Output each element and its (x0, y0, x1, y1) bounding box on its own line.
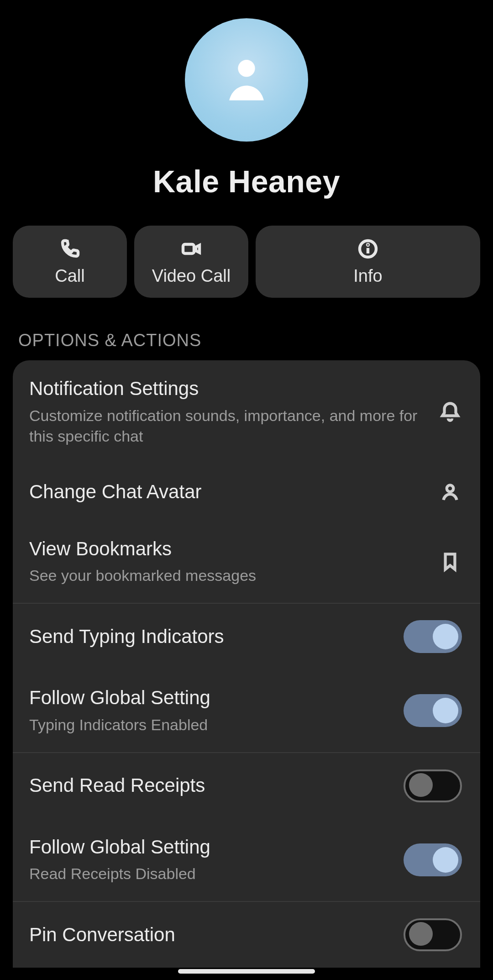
typing-title: Send Typing Indicators (29, 625, 393, 649)
row-pin-conversation[interactable]: Pin Conversation (13, 902, 480, 968)
read-title: Send Read Receipts (29, 774, 393, 798)
home-indicator[interactable] (178, 969, 315, 974)
read-global-title: Follow Global Setting (29, 835, 393, 859)
info-label: Info (353, 266, 382, 286)
read-global-subtitle: Read Receipts Disabled (29, 864, 393, 885)
row-view-bookmarks[interactable]: View Bookmarks See your bookmarked messa… (13, 521, 480, 603)
bookmarks-title: View Bookmarks (29, 537, 427, 561)
row-typing-follow-global[interactable]: Follow Global Setting Typing Indicators … (13, 669, 480, 752)
bell-icon (438, 400, 462, 424)
toggle-typing-indicators[interactable] (404, 620, 462, 653)
typing-global-subtitle: Typing Indicators Enabled (29, 715, 393, 736)
svg-rect-1 (183, 244, 194, 253)
info-icon (357, 238, 379, 260)
video-call-button[interactable]: Video Call (134, 226, 248, 298)
phone-icon (59, 238, 81, 260)
bookmarks-subtitle: See your bookmarked messages (29, 565, 427, 586)
svg-point-0 (238, 60, 255, 77)
video-label: Video Call (152, 266, 231, 286)
toggle-read-follow-global[interactable] (404, 843, 462, 876)
toggle-pin-conversation[interactable] (404, 918, 462, 951)
person-icon (215, 47, 278, 113)
section-title-options: OPTIONS & ACTIONS (0, 298, 493, 360)
contact-avatar[interactable] (185, 18, 308, 142)
call-label: Call (55, 266, 84, 286)
row-notification-settings[interactable]: Notification Settings Customize notifica… (13, 360, 480, 464)
contact-name: Kale Heaney (153, 163, 340, 199)
options-card: Notification Settings Customize notifica… (13, 360, 480, 968)
bookmark-icon (438, 550, 462, 574)
row-read-follow-global[interactable]: Follow Global Setting Read Receipts Disa… (13, 819, 480, 901)
notification-subtitle: Customize notification sounds, importanc… (29, 406, 427, 448)
row-change-avatar[interactable]: Change Chat Avatar (13, 464, 480, 521)
row-typing-indicators[interactable]: Send Typing Indicators (13, 604, 480, 669)
svg-point-5 (447, 485, 454, 492)
toggle-read-receipts[interactable] (404, 769, 462, 802)
pin-title: Pin Conversation (29, 923, 393, 947)
row-read-receipts[interactable]: Send Read Receipts (13, 753, 480, 819)
typing-global-title: Follow Global Setting (29, 686, 393, 710)
video-icon (180, 238, 202, 260)
person-outline-icon (438, 480, 462, 504)
toggle-typing-follow-global[interactable] (404, 694, 462, 727)
notification-title: Notification Settings (29, 377, 427, 401)
info-button[interactable]: Info (256, 226, 480, 298)
svg-point-4 (367, 244, 368, 245)
call-button[interactable]: Call (13, 226, 127, 298)
change-avatar-title: Change Chat Avatar (29, 480, 427, 504)
